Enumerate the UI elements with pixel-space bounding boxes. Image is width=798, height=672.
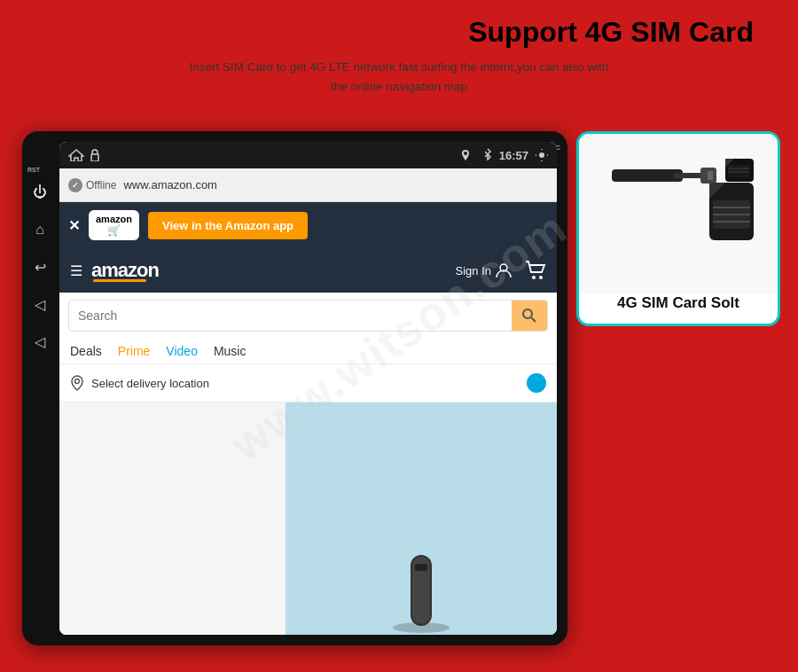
header-area: Support 4G SIM Card Insert SIM Card to g… <box>0 0 798 96</box>
home-icon-btn[interactable]: ⌂ <box>27 217 52 242</box>
offline-badge: ✓ Offline <box>68 178 116 192</box>
home-shape-icon <box>68 149 84 161</box>
sim-card-label: 4G SIM Card Solt <box>617 293 739 313</box>
delivery-bar: Select delivery location <box>59 364 557 402</box>
banner-cart-icon: 🛒 <box>107 224 121 237</box>
hamburger-menu-icon[interactable]: ☰ <box>70 262 82 279</box>
subtitle: Insert SIM Card to get 4G LTE network fa… <box>27 58 771 96</box>
svg-point-10 <box>539 276 543 279</box>
lock-icon <box>90 149 100 161</box>
amazon-logo-banner: amazon 🛒 <box>89 210 139 240</box>
svg-marker-0 <box>69 150 83 161</box>
hero-area <box>59 402 557 635</box>
search-bar-container <box>59 293 557 339</box>
sim-card-illustration <box>594 152 763 276</box>
vol-down-icon[interactable]: ◁ <box>27 292 52 316</box>
sign-in-label: Sign In <box>456 264 491 277</box>
sim-image-area <box>579 134 778 293</box>
location-icon <box>70 375 84 391</box>
svg-point-11 <box>523 309 532 318</box>
title-prefix: Support <box>468 16 585 48</box>
delivery-label[interactable]: Select delivery location <box>91 377 209 390</box>
svg-rect-17 <box>415 564 427 571</box>
rst-label: RST <box>27 167 40 173</box>
status-time: 16:57 <box>499 149 528 162</box>
device-frame-wrapper: MIC ⏻ ⌂ ↩ ◁ ◁ RST <box>22 131 567 645</box>
svg-point-9 <box>532 276 536 279</box>
svg-point-13 <box>75 379 80 384</box>
view-in-amazon-app-button[interactable]: View in the Amazon app <box>148 212 308 239</box>
sim-card-box: 4G SIM Card Solt <box>576 131 780 326</box>
close-banner-button[interactable]: ✕ <box>68 217 80 234</box>
echo-device-image <box>386 546 457 635</box>
delivery-left: Select delivery location <box>70 375 209 391</box>
amazon-logo-main: amazon <box>91 259 159 282</box>
nav-prime[interactable]: Prime <box>118 344 151 358</box>
svg-rect-18 <box>612 169 683 182</box>
banner-logo-text: amazon <box>96 214 132 224</box>
nav-music[interactable]: Music <box>214 344 246 358</box>
svg-rect-21 <box>708 171 713 180</box>
svg-rect-1 <box>91 154 98 161</box>
status-bar-left <box>68 149 100 161</box>
nav-video[interactable]: Video <box>166 344 198 358</box>
back-icon[interactable]: ↩ <box>27 254 52 279</box>
address-bar: ✓ Offline www.amazon.com <box>59 168 557 202</box>
url-bar[interactable]: www.amazon.com <box>123 178 548 191</box>
nav-links: Deals Prime Video Music <box>59 339 557 364</box>
offline-circle-icon: ✓ <box>68 178 82 192</box>
power-icon[interactable]: ⏻ <box>27 180 52 205</box>
status-bar-right: 16:57 <box>461 148 548 163</box>
search-button[interactable] <box>512 300 547 332</box>
cart-icon[interactable] <box>525 261 546 280</box>
amazon-arrow-icon <box>93 279 146 282</box>
gps-icon <box>461 149 470 161</box>
vol-up-icon[interactable]: ◁ <box>27 329 52 354</box>
subtitle-line1: Insert SIM Card to get 4G LTE network fa… <box>189 60 608 74</box>
search-input[interactable] <box>69 309 512 323</box>
hero-blue-bg <box>286 402 557 635</box>
svg-point-3 <box>539 152 544 158</box>
status-bar: 16:57 <box>59 142 557 168</box>
sign-in-button[interactable]: Sign In <box>456 262 512 279</box>
search-icon <box>522 309 536 323</box>
amazon-header: ☰ amazon Sign In <box>59 248 557 293</box>
delivery-dot <box>527 373 546 393</box>
user-icon <box>495 262 512 279</box>
amazon-header-right: Sign In <box>456 261 546 280</box>
svg-line-12 <box>531 317 536 322</box>
svg-rect-30 <box>728 165 749 177</box>
bluetooth-icon <box>477 148 492 163</box>
nav-deals[interactable]: Deals <box>70 344 102 358</box>
hero-white-bg <box>59 402 286 635</box>
subtitle-line2: the online navigation map <box>331 80 467 93</box>
svg-point-2 <box>464 152 467 155</box>
device-frame: MIC ⏻ ⌂ ↩ ◁ ◁ RST <box>22 131 567 645</box>
brightness-icon <box>536 149 548 161</box>
page-title: Support 4G SIM Card <box>27 16 771 49</box>
screen: 16:57 ✓ Offline www.amazo <box>59 142 557 635</box>
offline-label: Offline <box>86 179 116 191</box>
left-sidebar: ⏻ ⌂ ↩ ◁ ◁ <box>27 180 52 354</box>
amazon-app-banner: ✕ amazon 🛒 View in the Amazon app <box>59 202 557 248</box>
title-highlight: 4G SIM Card <box>585 16 754 48</box>
amazon-header-left: ☰ amazon <box>70 259 159 282</box>
search-bar <box>68 300 548 332</box>
